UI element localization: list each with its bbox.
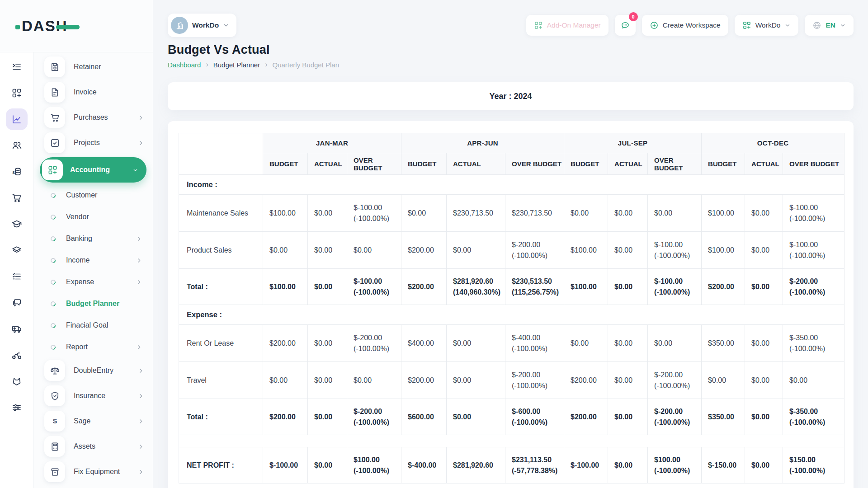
column-header: OVER BUDGET bbox=[648, 153, 702, 175]
chevron-down-icon bbox=[132, 167, 138, 173]
sidebar-subitem-label: Income bbox=[66, 256, 136, 264]
chevron-down-icon bbox=[840, 22, 846, 28]
sidebar-item-insurance[interactable]: Insurance bbox=[33, 383, 153, 408]
table-cell: $400.00 bbox=[401, 325, 447, 362]
create-workspace-button[interactable]: Create Workspace bbox=[642, 15, 728, 36]
ambulance-truck-icon[interactable] bbox=[6, 318, 28, 340]
section-label: Expense : bbox=[179, 305, 844, 325]
invoice-file-icon bbox=[44, 82, 65, 103]
sidebar-item-assets[interactable]: Assets bbox=[33, 434, 153, 459]
sidebar-item-fix-equipment[interactable]: Fix Equipment bbox=[33, 459, 153, 484]
sidebar-item-sage[interactable]: SSage bbox=[33, 408, 153, 434]
bullet-icon bbox=[50, 235, 57, 242]
chat-bubbles-icon[interactable] bbox=[6, 292, 28, 314]
addons-grid-icon[interactable] bbox=[6, 82, 28, 104]
sidebar-subitem-budget-planner[interactable]: Budget Planner bbox=[33, 293, 153, 314]
table-cell: $0.00 bbox=[347, 232, 401, 269]
table-row: Product Sales$0.00$0.00$0.00$200.00$0.00… bbox=[179, 232, 844, 269]
sidebar-subitem-expense[interactable]: Expense bbox=[33, 271, 153, 293]
collapse-menu-icon[interactable] bbox=[6, 56, 28, 78]
brand-logo[interactable]: DASH bbox=[0, 0, 153, 52]
sidebar-item-label: Purchases bbox=[74, 113, 138, 122]
addon-manager-button[interactable]: Add-On Manager bbox=[526, 15, 609, 36]
column-header: ACTUAL bbox=[308, 153, 347, 175]
table-cell: $200.00 bbox=[401, 269, 447, 305]
sidebar-subitem-income[interactable]: Income bbox=[33, 249, 153, 271]
sidebar-subitem-banking[interactable]: Banking bbox=[33, 228, 153, 249]
column-header: OVER BUDGET bbox=[783, 153, 844, 175]
sidebar-subitem-label: Finacial Goal bbox=[66, 321, 142, 329]
table-cell: $-200.00 (-100.00%) bbox=[648, 362, 702, 399]
gitlab-cat-icon[interactable] bbox=[6, 371, 28, 392]
sliders-icon[interactable] bbox=[6, 397, 28, 418]
delivery-bike-icon[interactable] bbox=[6, 344, 28, 366]
sidebar-subitem-label: Customer bbox=[66, 191, 142, 199]
sidebar-item-accounting[interactable]: Accounting bbox=[40, 157, 146, 183]
table-cell: $350.00 bbox=[702, 325, 745, 362]
table-cell: $0.00 bbox=[347, 362, 401, 399]
bullet-icon bbox=[50, 257, 57, 263]
breadcrumb-budget-planner[interactable]: Budget Planner bbox=[213, 61, 260, 69]
cart-icon[interactable] bbox=[6, 187, 28, 209]
analytics-chart-icon[interactable] bbox=[6, 108, 28, 130]
table-cell: $100.00 bbox=[263, 195, 308, 232]
sidebar-item-invoice[interactable]: Invoice bbox=[33, 80, 153, 105]
table-cell: $0.00 bbox=[308, 269, 347, 305]
topbar-actions: Add-On Manager 0 Create Workspace WorkDo bbox=[526, 15, 854, 36]
table-cell: $200.00 bbox=[564, 362, 608, 399]
sidebar-subitem-report[interactable]: Report bbox=[33, 336, 153, 358]
table-cell: $0.00 bbox=[564, 195, 608, 232]
table-cell: $-600.00 (-100.00%) bbox=[505, 399, 564, 435]
sidebar-subitem-vendor[interactable]: Vendor bbox=[33, 206, 153, 228]
table-cell: $0.00 bbox=[608, 447, 648, 483]
table-cell: $-150.00 bbox=[702, 447, 745, 483]
workdo-label: WorkDo bbox=[755, 21, 781, 29]
spacer-cell bbox=[179, 435, 844, 447]
breadcrumb-dashboard[interactable]: Dashboard bbox=[168, 61, 201, 69]
table-cell: $0.00 bbox=[745, 269, 783, 305]
sidebar-item-projects[interactable]: Projects bbox=[33, 130, 153, 155]
table-cell: $0.00 bbox=[608, 362, 648, 399]
column-header: BUDGET bbox=[564, 153, 608, 175]
row-label: Rent Or Lease bbox=[179, 325, 263, 362]
sidebar-item-retainer[interactable]: Retainer bbox=[33, 54, 153, 80]
messages-badge: 0 bbox=[629, 12, 638, 21]
table-corner-cell bbox=[179, 133, 263, 175]
sidebar-item-purchases[interactable]: Purchases bbox=[33, 105, 153, 130]
row-label: Total : bbox=[179, 269, 263, 305]
table-cell: $0.00 bbox=[745, 447, 783, 483]
sidebar-subitem-finacial-goal[interactable]: Finacial Goal bbox=[33, 314, 153, 336]
bullet-icon bbox=[50, 343, 57, 350]
table-cell: $100.00 bbox=[263, 269, 308, 305]
layers-icon[interactable] bbox=[6, 239, 28, 261]
table-cell: $0.00 bbox=[308, 232, 347, 269]
table-cell: $230,713.50 bbox=[505, 195, 564, 232]
table-cell: $0.00 bbox=[308, 447, 347, 483]
sidebar-subitem-customer[interactable]: Customer bbox=[33, 184, 153, 206]
table-cell: $-200.00 (-100.00%) bbox=[347, 399, 401, 435]
finance-coins-icon[interactable]: $ bbox=[6, 161, 28, 183]
users-icon[interactable] bbox=[6, 135, 28, 156]
table-cell: $0.00 bbox=[263, 232, 308, 269]
sidebar-subitem-label: Expense bbox=[66, 278, 136, 286]
section-label: Income : bbox=[179, 175, 844, 195]
education-cap-icon[interactable] bbox=[6, 213, 28, 235]
table-cell: $0.00 bbox=[308, 325, 347, 362]
plus-circle-icon bbox=[650, 21, 659, 30]
workdo-menu-button[interactable]: WorkDo bbox=[735, 15, 799, 36]
sidebar-item-label: Projects bbox=[74, 139, 138, 147]
table-cell: $200.00 bbox=[702, 269, 745, 305]
workspace-switcher[interactable]: WorkDo bbox=[168, 14, 236, 37]
table-cell: $0.00 bbox=[745, 399, 783, 435]
table-cell: $0.00 bbox=[608, 399, 648, 435]
bullet-icon bbox=[50, 213, 57, 220]
bullet-icon bbox=[50, 322, 57, 328]
table-cell: $-350.00 (-100.00%) bbox=[783, 325, 844, 362]
messages-button[interactable]: 0 bbox=[615, 15, 636, 36]
chevron-right-icon bbox=[138, 418, 144, 424]
bullet-icon bbox=[50, 300, 57, 307]
checklist-icon[interactable] bbox=[6, 266, 28, 287]
language-selector[interactable]: EN bbox=[805, 15, 854, 36]
table-row: Maintenance Sales$100.00$0.00$-100.00 (-… bbox=[179, 195, 844, 232]
sidebar-item-doubleentry[interactable]: DoubleEntry bbox=[33, 358, 153, 383]
